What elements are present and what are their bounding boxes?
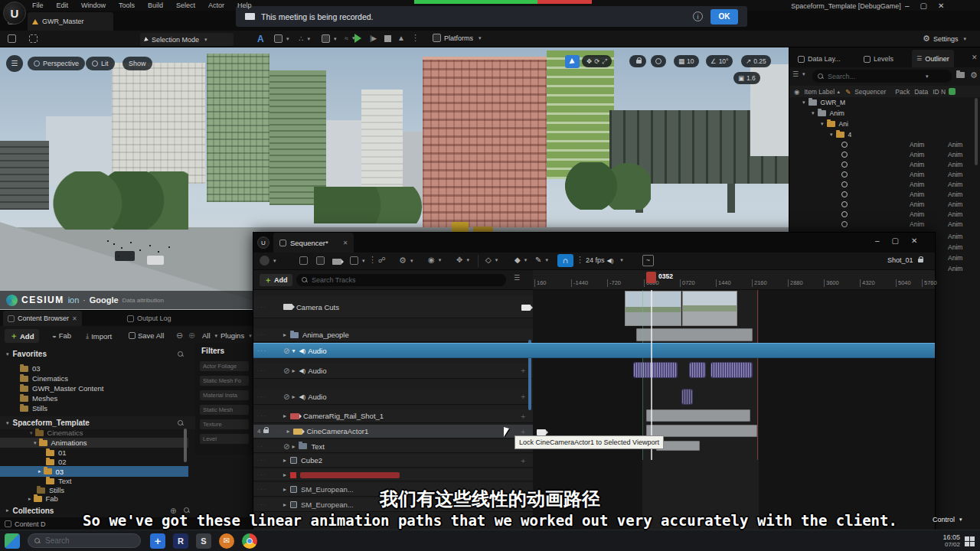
more-icon[interactable]: ⋮ xyxy=(368,255,377,265)
outliner-settings-icon[interactable]: ⚙ xyxy=(970,70,978,80)
cl ock-date[interactable]: 07/02 xyxy=(937,541,960,548)
maximize-button[interactable]: ▢ xyxy=(920,2,927,10)
favorite-folder[interactable]: Meshes xyxy=(20,394,57,403)
search-icon[interactable] xyxy=(178,351,184,357)
filter-chip[interactable]: Static Mesh Fo xyxy=(200,376,249,386)
show-dropdown[interactable]: Show xyxy=(122,57,152,70)
menu-build[interactable]: Build xyxy=(148,2,163,9)
playback-options-dropdown[interactable]: ✥▾ xyxy=(456,256,469,264)
col-id[interactable]: ID N xyxy=(933,88,946,96)
track-search-input[interactable] xyxy=(312,276,472,284)
stop-button[interactable] xyxy=(384,35,391,42)
back-icon[interactable]: ⊖ xyxy=(176,331,183,341)
outliner-anim-row[interactable]: AnimAnim xyxy=(789,201,848,207)
anima-people-section[interactable] xyxy=(636,328,753,341)
taskbar-app-plus-icon[interactable]: ＋ xyxy=(150,533,165,549)
outliner-header-row[interactable]: ◉ Item Label ▲ ✎ Sequencer Pack Data ID … xyxy=(789,86,980,97)
taskbar-search[interactable] xyxy=(28,533,141,548)
menu-edit[interactable]: Edit xyxy=(57,2,69,9)
outliner-anim-row[interactable]: AnimAnim xyxy=(789,221,848,227)
audio-waveform[interactable] xyxy=(634,363,677,377)
add-actor-dropdown[interactable]: ▾ xyxy=(274,34,289,43)
playhead-line[interactable] xyxy=(651,290,652,460)
mute-icon[interactable]: ⊘ xyxy=(283,347,289,355)
outliner-row-world[interactable]: ▾GWR_M xyxy=(800,99,845,106)
timeline-ruler[interactable]: 160 -1440 -720 0000 0720 1440 2160 2880 … xyxy=(533,270,935,290)
sequencer-tab[interactable]: Sequencer* ✕ xyxy=(273,233,354,253)
outliner-anim-row[interactable]: AnimAnim xyxy=(789,152,848,158)
transform-tools[interactable]: ✥⟳⤢ xyxy=(582,55,612,67)
forward-icon[interactable]: ⊕ xyxy=(188,331,195,341)
step-button[interactable]: |▶ xyxy=(370,34,377,42)
tree-folder-cinematics[interactable]: ▾Cinematics xyxy=(28,429,83,437)
more-options-icon[interactable]: ⋮ xyxy=(411,33,420,43)
angle-snap-button[interactable]: ∠10° xyxy=(706,55,733,67)
eject-button[interactable]: ▲ xyxy=(397,34,405,42)
track-text[interactable]: ··⊘▸Text xyxy=(253,440,533,453)
actions-icon[interactable]: ☍ xyxy=(378,256,386,264)
search-icon[interactable] xyxy=(178,420,184,426)
menu-help[interactable]: Help xyxy=(237,2,252,9)
taskbar-app-s-icon[interactable]: S xyxy=(196,533,211,549)
tree-folder-03-selected[interactable]: ▸03 xyxy=(0,466,188,477)
play-button[interactable] xyxy=(354,34,361,43)
import-button[interactable]: ⤓Import xyxy=(86,331,112,341)
mute-icon[interactable]: ⊘ xyxy=(283,442,289,451)
seq-options-dropdown[interactable]: ▾ xyxy=(260,256,276,266)
outliner-anim-row[interactable]: AnimAnim xyxy=(789,211,848,217)
save-sequence-icon[interactable] xyxy=(299,256,308,265)
outliner-anim-row[interactable]: AnimAnim xyxy=(789,171,848,178)
selection-mode-dropdown[interactable]: Selection Mode ▾ xyxy=(140,33,234,46)
track-audio-3[interactable]: ···⊘▸◀)Audio＋ xyxy=(253,389,533,405)
filter-chip[interactable]: Static Mesh xyxy=(200,405,249,415)
filter-chip[interactable]: Level xyxy=(200,434,249,444)
save-all-button[interactable]: Save All xyxy=(129,331,164,340)
perspective-dropdown[interactable]: Perspective xyxy=(28,57,85,70)
outliner-anim-row[interactable]: AnimAnim xyxy=(789,181,848,187)
favorite-folder[interactable]: Cinematics xyxy=(20,374,68,383)
water-dropdown[interactable]: ≈▾ xyxy=(345,34,354,42)
outliner-filter-button[interactable]: ☰▾ xyxy=(792,70,805,78)
camera-speed-button2[interactable]: ▣1.6 xyxy=(733,72,760,84)
save-icon[interactable] xyxy=(8,34,16,43)
scale-snap-button[interactable]: ↗0.25 xyxy=(741,55,771,67)
tree-folder-animations[interactable]: ▾Animations xyxy=(0,438,188,448)
col-sequencer[interactable]: Sequencer xyxy=(854,88,886,96)
close-button[interactable]: ✕ xyxy=(938,2,944,10)
favorite-folder[interactable]: GWR_Master Content xyxy=(20,384,103,393)
taskbar-app-icon[interactable] xyxy=(5,533,20,549)
viewport-menu-icon[interactable]: ☰ xyxy=(6,55,23,72)
level-tab[interactable]: GWR_Master xyxy=(28,12,113,31)
tab-outliner[interactable]: ☰Outliner xyxy=(912,50,954,67)
add-button[interactable]: ＋Add xyxy=(5,329,39,343)
camera-rig-section[interactable] xyxy=(646,409,750,422)
outliner-row-anim[interactable]: ▾Anim xyxy=(809,109,844,117)
lock-camera-to-viewport-button[interactable] xyxy=(537,429,546,435)
camera-cut-thumbnail[interactable] xyxy=(625,291,681,326)
auto-key-dropdown[interactable]: ◆▾ xyxy=(514,256,527,264)
track-red[interactable]: ···▸ xyxy=(253,469,533,481)
favorite-folder[interactable]: 03 xyxy=(20,364,41,373)
cinematics-dropdown[interactable]: ▾ xyxy=(322,34,337,43)
edit-mode-dropdown[interactable]: ✎▾ xyxy=(535,256,548,264)
track-search[interactable] xyxy=(296,274,506,286)
mute-icon[interactable]: ⊘ xyxy=(283,393,289,401)
taskbar-search-input[interactable] xyxy=(45,536,122,545)
menu-window[interactable]: Window xyxy=(81,2,106,9)
outliner-search-input[interactable] xyxy=(828,73,920,80)
add-track-button[interactable]: ＋Add xyxy=(260,274,292,286)
track-audio-selected[interactable]: ···⊘▾◀)Audio xyxy=(253,343,935,358)
scope-all-dropdown[interactable]: All▾ xyxy=(202,331,217,340)
menu-file[interactable]: File xyxy=(32,2,44,9)
filter-chip[interactable]: Material Insta xyxy=(200,390,249,400)
panel-close-icon[interactable]: ✕ xyxy=(972,54,978,61)
shot-selector[interactable]: Shot_01 xyxy=(887,256,923,264)
close-icon[interactable]: ✕ xyxy=(72,315,77,322)
tree-folder-text[interactable]: Text xyxy=(46,477,71,485)
audio-waveform[interactable] xyxy=(690,363,705,377)
control-dropdown[interactable]: Control▾ xyxy=(933,516,962,523)
close-button[interactable]: ✕ xyxy=(911,236,917,245)
menu-actor[interactable]: Actor xyxy=(208,2,224,9)
sequencer-titlebar[interactable] xyxy=(253,233,935,253)
platforms-dropdown[interactable]: Platforms ▾ xyxy=(433,34,482,42)
